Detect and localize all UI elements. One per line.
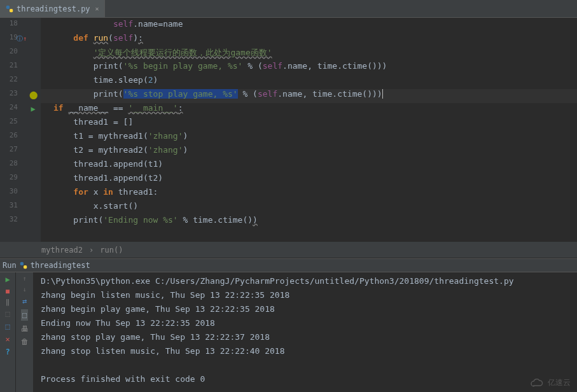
- line-20: 20: [0, 47, 25, 61]
- code-line: time.sleep(2): [41, 75, 577, 89]
- editor: 18 19ⓘ↑ 20 21 22 23 24 25 26 27 28 29 30…: [0, 18, 577, 242]
- trash-icon[interactable]: 🗑: [21, 337, 29, 346]
- run-toolstrip-b: ↑ ↓ ⇄ ⬚ 🖶 🗑: [15, 272, 33, 392]
- layout-icon[interactable]: ⬚: [5, 322, 10, 331]
- close-run-icon[interactable]: ✕: [5, 335, 10, 344]
- code-line: x.start(): [41, 201, 577, 215]
- cloud-icon: [530, 379, 545, 388]
- run-config-name: threadingtest: [31, 261, 90, 270]
- print-icon[interactable]: 🖶: [21, 325, 29, 333]
- breadcrumb-sep: ›: [89, 246, 94, 255]
- tab-bar: threadingtest.py ✕: [0, 0, 577, 18]
- console-line: Process finished with exit code 0: [41, 374, 569, 388]
- line-29: 29: [0, 173, 25, 187]
- line-19: 19ⓘ↑: [0, 33, 25, 47]
- line-32: 32: [0, 215, 25, 229]
- line-21: 21: [0, 61, 25, 75]
- change-marker-icon: ⬤: [29, 90, 38, 99]
- breadcrumb-method[interactable]: run(): [100, 246, 123, 255]
- line-27: 27: [0, 145, 25, 159]
- code-line: self.name=name: [41, 19, 577, 33]
- console-line: D:\Python35\python.exe C:/Users/ZhangJ/P…: [41, 276, 569, 290]
- line-28: 28: [0, 159, 25, 173]
- file-tab[interactable]: threadingtest.py ✕: [0, 0, 105, 17]
- code-line: thread1.append(t2): [41, 173, 577, 187]
- stop-icon[interactable]: ■: [6, 288, 10, 295]
- rerun-icon[interactable]: ▶: [5, 275, 10, 284]
- line-26: 26: [0, 131, 25, 145]
- pause-icon[interactable]: ‖: [6, 298, 10, 305]
- line-25: 25: [0, 117, 25, 131]
- code-line: def run(self):: [41, 33, 577, 47]
- line-30: 30: [0, 187, 25, 201]
- svg-rect-3: [24, 265, 27, 269]
- run-toolstrip-a: ▶ ■ ‖ ⬚ ⬚ ✕ ?: [0, 272, 15, 392]
- run-panel-header: Run threadingtest: [0, 258, 577, 272]
- line-18: 18: [0, 19, 25, 33]
- console-line: [41, 360, 569, 374]
- arrow-up-icon[interactable]: ↑: [22, 275, 26, 282]
- console-line: zhang begin listen music, Thu Sep 13 22:…: [41, 290, 569, 304]
- console-line: zhang begin play game, Thu Sep 13 22:22:…: [41, 304, 569, 318]
- code-line-active: print('%s stop play game, %s' % (self.na…: [41, 89, 577, 103]
- help-icon[interactable]: ?: [5, 347, 10, 356]
- line-31: 31: [0, 201, 25, 215]
- code-line: print('Ending now %s' % time.ctime()): [41, 215, 577, 229]
- code-line: '定义每个线程要运行的函数，此处为game函数': [41, 47, 577, 61]
- console-line: zhang stop listen music, Thu Sep 13 22:2…: [41, 346, 569, 360]
- code-line: t1 = mythread1('zhang'): [41, 131, 577, 145]
- code-area[interactable]: self.name=name def run(self): '定义每个线程要运行…: [41, 18, 577, 242]
- run-label: Run: [3, 261, 17, 270]
- line-22: 22: [0, 75, 25, 89]
- wrap-icon[interactable]: ⇄: [22, 297, 27, 305]
- code-line: thread1 = []: [41, 117, 577, 131]
- python-file-icon: [5, 4, 14, 13]
- code-line: for x in thread1:: [41, 187, 577, 201]
- line-number-gutter: 18 19ⓘ↑ 20 21 22 23 24 25 26 27 28 29 30…: [0, 18, 25, 242]
- code-line: print('%s begin play game, %s' % (self.n…: [41, 61, 577, 75]
- code-line: thread1.append(t1): [41, 159, 577, 173]
- run-gutter-icon[interactable]: ▶: [31, 104, 35, 113]
- watermark: 亿速云: [530, 377, 571, 388]
- scroll-end-icon[interactable]: ⬚: [21, 309, 28, 321]
- breadcrumb[interactable]: mythread2 › run(): [0, 242, 577, 258]
- svg-rect-2: [20, 262, 23, 265]
- python-icon: [19, 261, 28, 270]
- run-panel-body: ▶ ■ ‖ ⬚ ⬚ ✕ ? ↑ ↓ ⇄ ⬚ 🖶 🗑 D:\Python35\py…: [0, 272, 577, 392]
- code-line: if __name__ == '__main__':: [41, 103, 577, 117]
- console-line: zhang stop play game, Thu Sep 13 22:22:3…: [41, 332, 569, 346]
- tab-label: threadingtest.py: [17, 4, 90, 13]
- line-24: 24: [0, 103, 25, 117]
- override-icon[interactable]: ⓘ↑: [17, 34, 27, 43]
- arrow-down-icon[interactable]: ↓: [22, 286, 26, 293]
- svg-rect-1: [10, 9, 13, 12]
- close-icon[interactable]: ✕: [95, 5, 99, 12]
- breadcrumb-class[interactable]: mythread2: [41, 246, 83, 255]
- console-output[interactable]: D:\Python35\python.exe C:/Users/ZhangJ/P…: [33, 272, 577, 392]
- line-23: 23: [0, 89, 25, 103]
- gutter-icon-column: ⬤ ▶: [25, 18, 41, 242]
- code-line: t2 = mythread2('zhang'): [41, 145, 577, 159]
- console-line: Ending now Thu Sep 13 22:22:35 2018: [41, 318, 569, 332]
- svg-rect-0: [6, 5, 10, 8]
- dump-threads-icon[interactable]: ⬚: [5, 309, 10, 318]
